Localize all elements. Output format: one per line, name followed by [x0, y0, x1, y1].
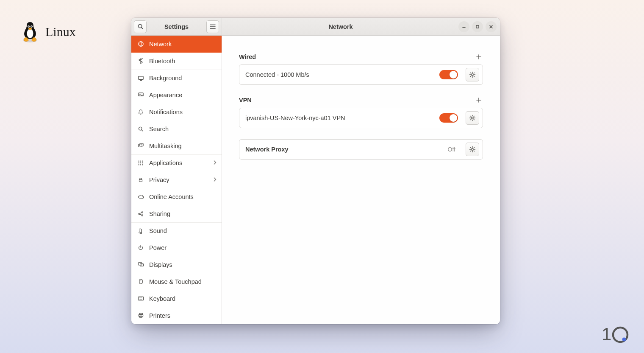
tux-icon	[20, 20, 40, 43]
printer-icon	[137, 312, 144, 319]
sidebar-item-keyboard[interactable]: Keyboard	[131, 290, 222, 307]
vpn-connection-row[interactable]: ipvanish-US-New-York-nyc-a01 VPN	[239, 108, 483, 128]
svg-rect-44	[139, 297, 139, 298]
sidebar: Settings NetworkBluetoothBackgroundAppea…	[131, 18, 222, 324]
svg-point-30	[142, 164, 143, 165]
minimize-button[interactable]	[458, 21, 469, 32]
sidebar-item-label: Bluetooth	[149, 58, 175, 64]
sidebar-item-background[interactable]: Background	[131, 70, 222, 87]
vpn-settings-button[interactable]	[466, 111, 479, 125]
section-head-wired: Wired	[239, 53, 483, 61]
sidebar-item-power[interactable]: Power	[131, 239, 222, 256]
wired-connection-row[interactable]: Connected - 1000 Mb/s	[239, 64, 483, 85]
sidebar-item-label: Search	[149, 126, 169, 132]
svg-point-34	[142, 214, 143, 216]
close-button[interactable]	[486, 21, 497, 32]
sidebar-item-label: Sharing	[149, 210, 170, 217]
wired-toggle[interactable]	[439, 70, 458, 79]
svg-point-22	[138, 160, 139, 161]
sidebar-item-label: Background	[149, 75, 182, 81]
maximize-button[interactable]	[472, 21, 483, 32]
svg-point-37	[139, 232, 140, 233]
svg-line-84	[474, 151, 474, 151]
svg-point-29	[140, 164, 141, 165]
svg-point-5	[31, 26, 32, 27]
svg-rect-31	[139, 179, 142, 182]
svg-line-19	[142, 129, 143, 131]
svg-line-85	[474, 147, 474, 148]
add-vpn-button[interactable]	[475, 96, 483, 104]
sidebar-item-sound[interactable]: Sound	[131, 222, 222, 239]
sidebar-item-appearance[interactable]: Appearance	[131, 87, 222, 104]
sidebar-item-multitasking[interactable]: Multitasking	[131, 137, 222, 154]
chevron-right-icon	[213, 176, 217, 183]
sidebar-item-notifications[interactable]: Notifications	[131, 104, 222, 120]
svg-point-25	[138, 162, 139, 163]
section-title-wired: Wired	[239, 53, 256, 60]
sidebar-item-applications[interactable]: Applications	[131, 154, 222, 171]
add-wired-button[interactable]	[475, 53, 483, 61]
sidebar-item-label: Notifications	[149, 109, 183, 115]
sidebar-item-label: Keyboard	[149, 295, 175, 302]
multitask-icon	[137, 143, 144, 149]
cloud-icon	[137, 193, 144, 200]
sidebar-item-network[interactable]: Network	[131, 36, 222, 53]
svg-rect-53	[476, 25, 479, 28]
network-proxy-row[interactable]: Network Proxy Off	[239, 139, 483, 160]
sidebar-item-online-accounts[interactable]: Online Accounts	[131, 188, 222, 205]
sidebar-list: NetworkBluetoothBackgroundAppearanceNoti…	[131, 36, 222, 324]
section-title-vpn: VPN	[239, 97, 252, 104]
linux-logo-block: Linux	[20, 20, 76, 43]
svg-point-33	[142, 211, 143, 213]
bell-icon	[137, 109, 144, 115]
svg-rect-46	[141, 297, 141, 298]
sidebar-item-bluetooth[interactable]: Bluetooth	[131, 53, 222, 70]
sidebar-item-label: Online Accounts	[149, 193, 194, 200]
lock-icon	[137, 177, 144, 183]
wired-settings-button[interactable]	[466, 68, 479, 81]
sidebar-item-mouse-touchpad[interactable]: Mouse & Touchpad	[131, 273, 222, 290]
svg-rect-45	[140, 297, 140, 298]
proxy-settings-button[interactable]	[466, 143, 479, 156]
hamburger-menu-button[interactable]	[206, 20, 219, 33]
sidebar-item-sharing[interactable]: Sharing	[131, 205, 222, 222]
sidebar-item-printers[interactable]: Printers	[131, 307, 222, 324]
vpn-toggle[interactable]	[439, 113, 458, 123]
svg-line-36	[140, 214, 142, 215]
chevron-right-icon	[213, 160, 217, 166]
sidebar-item-label: Multitasking	[149, 143, 182, 149]
svg-line-75	[474, 119, 474, 120]
sidebar-item-privacy[interactable]: Privacy	[131, 171, 222, 188]
sidebar-item-label: Power	[149, 244, 167, 251]
svg-point-24	[142, 160, 143, 161]
svg-line-66	[470, 76, 471, 76]
content-area: Wired Connected - 1000 Mb/s VPN	[222, 36, 500, 324]
svg-point-32	[139, 213, 140, 214]
svg-point-89	[622, 338, 626, 342]
sidebar-item-label: Displays	[149, 261, 172, 268]
power-icon	[137, 245, 144, 251]
svg-line-63	[470, 73, 471, 73]
svg-line-83	[470, 147, 471, 148]
vpn-name-label: ipvanish-US-New-York-nyc-a01 VPN	[245, 115, 345, 121]
share-icon	[137, 211, 144, 217]
sidebar-item-label: Mouse & Touchpad	[149, 278, 202, 285]
svg-line-86	[470, 151, 471, 151]
grid-icon	[137, 160, 144, 166]
search-button[interactable]	[134, 20, 147, 33]
bluetooth-icon	[137, 58, 144, 64]
search-icon	[137, 126, 144, 132]
keyboard-icon	[137, 296, 144, 301]
sound-icon	[137, 228, 144, 234]
proxy-status: Off	[448, 146, 455, 153]
sidebar-item-search[interactable]: Search	[131, 120, 222, 137]
sidebar-item-label: Applications	[149, 160, 182, 166]
sidebar-item-displays[interactable]: Displays	[131, 256, 222, 273]
svg-point-38	[140, 233, 142, 234]
monitor-icon	[137, 75, 144, 81]
main-panel: Network Wired C	[222, 18, 500, 324]
page-card: { "branding": { "wordmark": "Linux" }, "…	[0, 0, 644, 353]
svg-rect-20	[138, 144, 142, 147]
svg-line-7	[141, 28, 142, 29]
svg-rect-48	[139, 299, 142, 299]
